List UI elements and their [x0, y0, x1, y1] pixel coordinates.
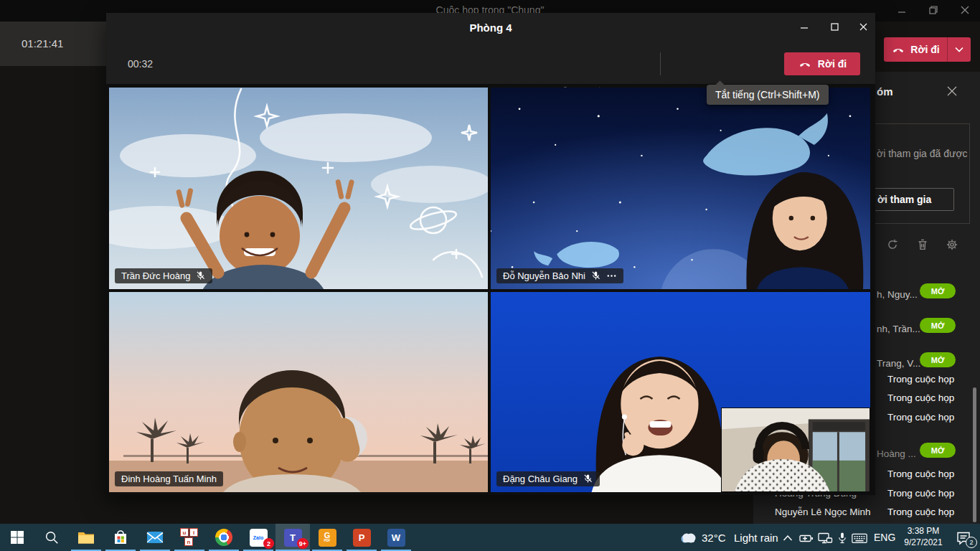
taskbar-gpdf[interactable]: G PDF [310, 524, 344, 551]
self-view-tile[interactable] [721, 408, 870, 492]
network-icon [816, 529, 834, 547]
room-open-badge[interactable]: MỞ [920, 283, 956, 298]
teams-badge: 9+ [297, 538, 308, 549]
participant-2-video [491, 88, 870, 289]
gpdf-sub: PDF [324, 540, 331, 543]
leave-label: Rời đi [818, 58, 847, 70]
taskbar-zalo[interactable]: Zalo 2 [241, 524, 275, 551]
close-icon [959, 4, 971, 16]
assignment-notice: ời tham gia đã được [877, 148, 968, 159]
tooltip-text: Tắt tiếng (Ctrl+Shift+M) [715, 89, 820, 100]
tray-expand-button[interactable] [779, 529, 796, 547]
member-status: Trong cuộc họp [887, 468, 954, 479]
tray-microphone[interactable] [834, 529, 851, 547]
restore-icon [928, 4, 939, 16]
participant-3-video [109, 292, 488, 492]
taskbar-teams-active[interactable]: T 9+ [275, 524, 310, 551]
taskbar-microsoft-store[interactable] [103, 524, 138, 551]
minimize-icon [897, 6, 907, 17]
chevron-down-icon [955, 47, 963, 52]
bg-leave-options-button[interactable] [948, 37, 971, 62]
minimize-button[interactable] [793, 22, 815, 32]
settings-button[interactable] [944, 237, 960, 253]
mic-off-icon [195, 270, 206, 281]
background-meeting-timer: 01:21:41 [22, 37, 63, 50]
taskbar-powerpoint[interactable]: P [344, 524, 379, 551]
file-explorer-icon [77, 528, 95, 547]
taskbar-file-explorer[interactable] [69, 524, 103, 551]
tray-language[interactable]: ENG [874, 532, 895, 543]
room-name[interactable]: h, Nguy... [877, 289, 918, 300]
tray-touch-keyboard[interactable] [851, 529, 868, 547]
room-open-badge[interactable]: MỞ [920, 318, 956, 333]
participant-name: Đỗ Nguyễn Bảo Nhi [503, 270, 585, 281]
tray-time: 3:38 PM [898, 526, 948, 536]
chevron-up-icon [783, 534, 793, 542]
participant-name-chip: Đỗ Nguyễn Bảo Nhi [496, 268, 623, 283]
panel-close-button[interactable] [946, 85, 958, 98]
zalo-badge: 2 [263, 538, 274, 549]
participant-name-chip: Đặng Châu Giang [496, 471, 600, 486]
action-center-button[interactable]: 2 [953, 529, 974, 547]
video-tile-participant-1[interactable]: Trần Đức Hoàng [109, 88, 488, 289]
room-open-badge[interactable]: MỞ [920, 352, 956, 367]
participant-name: Trần Đức Hoàng [121, 270, 190, 281]
powerpoint-icon: P [353, 529, 371, 547]
start-button[interactable] [0, 524, 34, 551]
microphone-icon [835, 530, 849, 546]
close-button[interactable] [852, 22, 874, 32]
bg-leave-split-button[interactable]: Rời đi [884, 37, 971, 62]
bg-minimize-button[interactable] [897, 6, 907, 17]
room-name[interactable]: Hoàng ... [877, 448, 916, 459]
delete-button[interactable] [915, 237, 930, 253]
keyboard-icon [851, 530, 868, 546]
member-status: Trong cuộc họp [887, 374, 954, 385]
weather-desc[interactable]: Light rain [734, 532, 778, 544]
refresh-button[interactable] [885, 237, 900, 253]
action-center-badge: 2 [966, 537, 977, 548]
chrome-icon [215, 529, 232, 546]
mic-off-icon [590, 270, 601, 281]
maximize-icon [829, 22, 840, 32]
gpdf-icon: G PDF [319, 529, 336, 547]
window-titlebar[interactable]: Phòng 4 [106, 13, 875, 43]
room-name[interactable]: Trang, V... [877, 358, 920, 369]
panel-scrollbar[interactable] [973, 387, 976, 522]
taskbar: u i n Zalo 2 T 9+ G PDF P [0, 524, 980, 551]
close-icon [946, 85, 958, 98]
unikey-u-key: u [180, 528, 189, 537]
bg-restore-button[interactable] [928, 4, 939, 16]
word-icon: W [387, 529, 405, 547]
refresh-icon [885, 237, 900, 253]
leave-button[interactable]: Rời đi [784, 52, 860, 75]
unikey-icon: u i n [180, 528, 199, 547]
weather-temp[interactable]: 32°C [702, 532, 726, 544]
mute-tooltip: Tắt tiếng (Ctrl+Shift+M) [707, 85, 829, 105]
store-icon [112, 529, 129, 546]
tray-clock[interactable]: 3:38 PM 9/27/2021 [898, 526, 948, 547]
taskbar-chrome[interactable] [207, 524, 241, 551]
tray-battery[interactable] [798, 529, 815, 547]
search-icon [44, 529, 60, 545]
desktop: Cuộc họp trong "Chung" 01:21:41 Rời đi [0, 0, 980, 551]
video-tile-participant-2[interactable]: Đỗ Nguyễn Bảo Nhi [491, 88, 870, 289]
close-icon [858, 22, 869, 32]
breakout-room-window: Phòng 4 00:32 [106, 13, 875, 495]
bg-close-button[interactable] [959, 4, 971, 16]
minimize-icon [799, 22, 809, 32]
more-options-icon[interactable] [606, 270, 617, 281]
taskbar-unikey[interactable]: u i n [172, 524, 207, 551]
meeting-toolbar: 00:32 [106, 43, 875, 84]
room-open-badge[interactable]: MỞ [920, 443, 956, 458]
taskbar-search-button[interactable] [34, 524, 69, 551]
maximize-button[interactable] [824, 22, 845, 32]
hangup-icon [891, 42, 905, 57]
weather-widget[interactable] [679, 529, 697, 546]
tray-network[interactable] [816, 529, 834, 547]
assign-participants-label: ời tham gia [877, 194, 931, 205]
panel-title: óm [877, 85, 893, 98]
taskbar-word[interactable]: W [379, 524, 413, 551]
taskbar-mail[interactable] [138, 524, 172, 551]
room-name[interactable]: nh, Trần... [877, 324, 920, 334]
video-tile-participant-3[interactable]: Đinh Hoàng Tuấn Minh [109, 292, 488, 492]
